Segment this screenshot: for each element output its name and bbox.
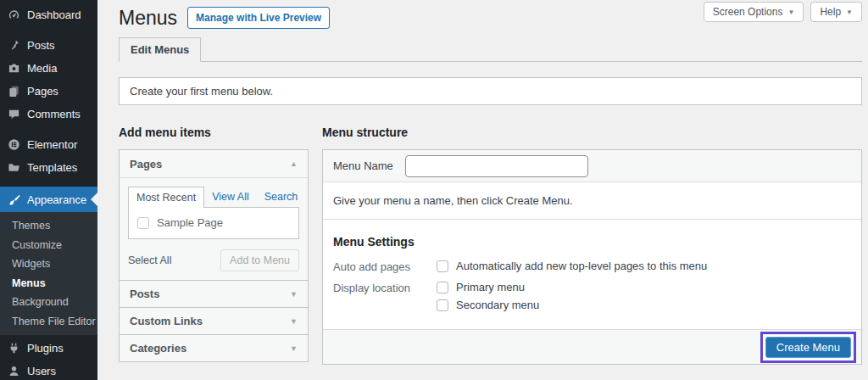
sample-page-checkbox[interactable] bbox=[137, 217, 149, 229]
add-to-menu-button[interactable]: Add to Menu bbox=[220, 249, 299, 271]
menu-structure-footer: Create Menu bbox=[323, 329, 861, 364]
plugin-icon bbox=[8, 342, 20, 355]
chevron-down-icon: ▼ bbox=[787, 8, 794, 16]
auto-add-option: Automatically add new top-level pages to… bbox=[437, 260, 707, 272]
add-menu-items-column: Add menu items Pages ▲ Most Recent View … bbox=[119, 126, 309, 362]
main-content: Screen Options ▼ Help ▼ Menus Manage wit… bbox=[97, 0, 868, 380]
dashboard-icon bbox=[8, 8, 20, 21]
tab-edit-menus[interactable]: Edit Menus bbox=[119, 37, 201, 62]
auto-add-checkbox[interactable] bbox=[437, 260, 448, 272]
tab-view-all[interactable]: View All bbox=[204, 187, 257, 207]
accordion-title: Custom Links bbox=[130, 315, 203, 327]
sidebar-item-label: Comments bbox=[27, 108, 81, 120]
submenu-item-themes[interactable]: Themes bbox=[0, 216, 97, 236]
menu-name-input[interactable] bbox=[405, 155, 588, 177]
create-menu-button[interactable]: Create Menu bbox=[765, 337, 851, 358]
brush-icon bbox=[8, 193, 20, 206]
sidebar-item-label: Posts bbox=[27, 39, 55, 52]
page-item-label: Sample Page bbox=[157, 216, 223, 229]
submenu-item-theme-file-editor[interactable]: Theme File Editor bbox=[0, 312, 97, 332]
sidebar-item-users[interactable]: Users bbox=[0, 360, 97, 380]
menu-items-accordion: Pages ▲ Most Recent View All Search Samp… bbox=[119, 149, 309, 362]
submenu-item-widgets[interactable]: Widgets bbox=[0, 254, 97, 274]
chevron-up-icon: ▲ bbox=[290, 159, 298, 168]
menu-structure-column: Menu structure Menu Name Give your menu … bbox=[322, 126, 862, 365]
secondary-menu-label: Secondary menu bbox=[456, 299, 539, 311]
elementor-icon bbox=[8, 138, 20, 151]
sidebar-item-templates[interactable]: Templates bbox=[0, 156, 97, 179]
chevron-down-icon: ▼ bbox=[290, 290, 298, 299]
tab-search[interactable]: Search bbox=[257, 187, 306, 207]
sidebar-item-elementor[interactable]: Elementor bbox=[0, 133, 97, 156]
accordion-header-custom-links[interactable]: Custom Links ▼ bbox=[120, 307, 308, 334]
menu-name-tip: Give your menu a name, then click Create… bbox=[333, 193, 851, 219]
pages-actions: Select All Add to Menu bbox=[128, 249, 299, 271]
tab-most-recent[interactable]: Most Recent bbox=[128, 187, 204, 208]
divider bbox=[323, 219, 861, 220]
accordion-title: Posts bbox=[130, 288, 159, 300]
menu-structure-body: Give your menu a name, then click Create… bbox=[323, 182, 861, 329]
accordion-header-posts[interactable]: Posts ▼ bbox=[120, 280, 308, 307]
screen-options-button[interactable]: Screen Options ▼ bbox=[704, 2, 804, 22]
screen-options-label: Screen Options bbox=[713, 6, 783, 18]
sidebar-item-label: Media bbox=[27, 62, 57, 75]
submenu-item-background[interactable]: Background bbox=[0, 293, 97, 312]
menu-name-label: Menu Name bbox=[333, 159, 393, 172]
camera-icon bbox=[8, 62, 20, 75]
menu-structure-panel: Menu Name Give your menu a name, then cl… bbox=[322, 149, 862, 365]
chevron-down-icon: ▼ bbox=[290, 344, 298, 353]
sidebar-item-comments[interactable]: Comments bbox=[0, 103, 97, 126]
menu-name-row: Menu Name bbox=[323, 150, 861, 182]
sidebar-item-dashboard[interactable]: Dashboard bbox=[0, 3, 97, 26]
user-icon bbox=[8, 365, 20, 377]
active-item-arrow bbox=[91, 193, 97, 206]
help-label: Help bbox=[820, 6, 841, 18]
admin-sidebar: Dashboard Posts Media Pages Comments Ele… bbox=[0, 0, 97, 380]
appearance-submenu: Themes Customize Widgets Menus Backgroun… bbox=[0, 212, 97, 335]
pin-icon bbox=[8, 39, 20, 52]
notice-text: Create your first menu below. bbox=[130, 85, 273, 98]
sidebar-item-pages[interactable]: Pages bbox=[0, 80, 97, 103]
location-option-primary: Primary menu bbox=[437, 281, 539, 293]
menu-structure-heading: Menu structure bbox=[322, 126, 862, 139]
comment-icon bbox=[8, 108, 20, 120]
sidebar-item-label: Users bbox=[27, 365, 56, 377]
sidebar-item-label: Templates bbox=[27, 161, 77, 174]
auto-add-option-label: Automatically add new top-level pages to… bbox=[456, 260, 707, 272]
chevron-down-icon: ▼ bbox=[290, 317, 298, 326]
chevron-down-icon: ▼ bbox=[846, 8, 853, 16]
annotation-highlight-box: Create Menu bbox=[760, 332, 856, 363]
accordion-header-pages[interactable]: Pages ▲ bbox=[120, 150, 308, 177]
display-location-label: Display location bbox=[333, 281, 437, 311]
tab-bar: Edit Menus bbox=[119, 37, 862, 62]
pages-tabs: Most Recent View All Search bbox=[128, 187, 299, 207]
sidebar-item-label: Dashboard bbox=[27, 8, 81, 21]
auto-add-pages-label: Auto add pages bbox=[333, 260, 437, 273]
pages-icon bbox=[8, 85, 20, 98]
folder-icon bbox=[8, 161, 20, 174]
page-list-item: Sample Page bbox=[137, 216, 290, 229]
manage-live-preview-button[interactable]: Manage with Live Preview bbox=[187, 7, 330, 29]
sidebar-item-media[interactable]: Media bbox=[0, 57, 97, 80]
location-option-secondary: Secondary menu bbox=[437, 299, 539, 311]
notice-banner: Create your first menu below. bbox=[119, 77, 862, 105]
sidebar-item-label: Pages bbox=[27, 85, 58, 98]
add-menu-items-heading: Add menu items bbox=[119, 126, 309, 139]
pages-section-body: Most Recent View All Search Sample Page … bbox=[120, 177, 308, 280]
sidebar-item-label: Elementor bbox=[27, 138, 77, 151]
sidebar-item-appearance[interactable]: Appearance bbox=[0, 187, 97, 212]
submenu-item-customize[interactable]: Customize bbox=[0, 236, 97, 255]
primary-menu-checkbox[interactable] bbox=[437, 282, 448, 293]
sidebar-item-plugins[interactable]: Plugins bbox=[0, 337, 97, 360]
display-location-row: Display location Primary menu Secondary … bbox=[333, 281, 851, 311]
screen-meta-links: Screen Options ▼ Help ▼ bbox=[704, 2, 862, 22]
accordion-title: Categories bbox=[130, 342, 186, 355]
secondary-menu-checkbox[interactable] bbox=[437, 299, 448, 311]
select-all-link[interactable]: Select All bbox=[128, 254, 171, 266]
sidebar-item-posts[interactable]: Posts bbox=[0, 34, 97, 57]
submenu-item-menus[interactable]: Menus bbox=[0, 274, 97, 293]
help-button[interactable]: Help ▼ bbox=[810, 2, 862, 22]
accordion-header-categories[interactable]: Categories ▼ bbox=[120, 334, 308, 361]
page-title: Menus bbox=[119, 6, 177, 30]
auto-add-pages-row: Auto add pages Automatically add new top… bbox=[333, 260, 851, 273]
